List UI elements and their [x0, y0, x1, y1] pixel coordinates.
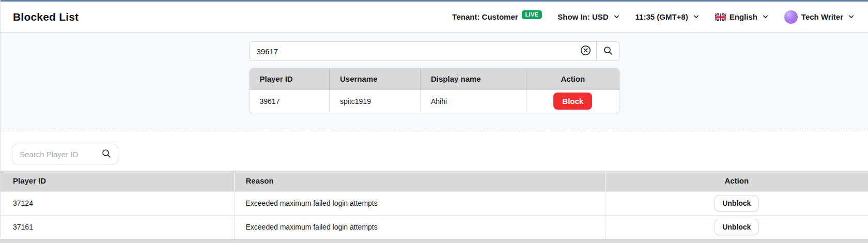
show-in-currency-dropdown[interactable]: Show In: USD	[557, 12, 619, 21]
blocked-reason-cell: Exceeded maximum failed login attempts	[234, 191, 605, 215]
chevron-down-icon	[613, 13, 620, 20]
blocked-list-search	[12, 144, 118, 164]
player-lookup-section: Player ID Username Display name Action 3…	[1, 33, 868, 129]
blocked-action-cell: Unblock	[605, 191, 868, 215]
search-submit-button[interactable]	[597, 42, 619, 60]
clear-search-button[interactable]	[575, 42, 596, 60]
blocked-col-action: Action	[605, 171, 868, 191]
blocked-table-row: 37124 Exceeded maximum failed login atte…	[1, 191, 868, 215]
show-in-label: Show In: USD	[557, 12, 608, 21]
app-header: Blocked List Tenant: Customer LIVE Show …	[1, 2, 868, 33]
lookup-action-cell: Block	[526, 89, 619, 113]
lookup-player-id-cell: 39617	[250, 89, 330, 113]
blocked-col-player-id: Player ID	[1, 171, 234, 191]
blocked-reason-cell: Exceeded maximum failed login attempts	[234, 215, 605, 239]
player-search-bar	[249, 41, 620, 61]
language-label: English	[730, 12, 757, 21]
blocked-list-section: Player ID Reason Action 37124 Exceeded m…	[1, 129, 868, 243]
lookup-table-header-row: Player ID Username Display name Action	[250, 68, 619, 89]
timezone-dropdown[interactable]: 11:35 (GMT+8)	[636, 12, 700, 21]
blocked-col-reason: Reason	[234, 171, 605, 191]
blocked-player-id-cell: 37161	[1, 215, 234, 239]
tenant-label: Tenant: Customer	[452, 12, 518, 21]
header-right: Tenant: Customer LIVE Show In: USD 11:35…	[452, 10, 855, 24]
user-menu[interactable]: Tech Writer	[784, 10, 855, 24]
page: Blocked List Tenant: Customer LIVE Show …	[0, 0, 868, 243]
uk-flag-icon	[715, 13, 726, 21]
blocked-table-header-row: Player ID Reason Action	[1, 171, 868, 191]
chevron-down-icon	[848, 13, 855, 20]
unblock-button[interactable]: Unblock	[715, 219, 758, 235]
search-icon	[603, 46, 613, 57]
clear-circle-x-icon	[580, 45, 591, 57]
lookup-col-display-name: Display name	[421, 68, 526, 89]
chevron-down-icon	[762, 13, 769, 20]
blocked-table-row: 37161 Exceeded maximum failed login atte…	[1, 215, 868, 239]
page-title: Blocked List	[13, 11, 79, 23]
blocked-search-input[interactable]	[12, 150, 99, 159]
unblock-button[interactable]: Unblock	[715, 195, 758, 211]
user-avatar	[784, 10, 798, 24]
lookup-result-table: Player ID Username Display name Action 3…	[249, 68, 620, 113]
tenant-indicator: Tenant: Customer LIVE	[452, 12, 542, 21]
blocked-search-button[interactable]	[99, 149, 118, 160]
live-badge: LIVE	[522, 10, 542, 19]
lookup-col-username: Username	[330, 68, 421, 89]
blocked-action-cell: Unblock	[605, 215, 868, 239]
lookup-col-action: Action	[526, 68, 619, 89]
lookup-table-row: 39617 spitc1919 Ahihi Block	[250, 89, 619, 113]
blocked-players-table: Player ID Reason Action 37124 Exceeded m…	[1, 171, 868, 243]
user-name-label: Tech Writer	[801, 12, 843, 21]
blocked-player-id-cell: 37124	[1, 191, 234, 215]
block-button[interactable]: Block	[553, 93, 592, 110]
table-bottom-strip	[1, 239, 868, 243]
time-label: 11:35 (GMT+8)	[636, 12, 688, 21]
search-icon	[102, 149, 111, 160]
lookup-display-name-cell: Ahihi	[421, 89, 526, 113]
player-search-input[interactable]	[250, 42, 575, 60]
language-dropdown[interactable]: English	[715, 12, 769, 21]
lookup-col-player-id: Player ID	[250, 68, 330, 89]
lookup-username-cell: spitc1919	[330, 89, 421, 113]
chevron-down-icon	[693, 13, 700, 20]
